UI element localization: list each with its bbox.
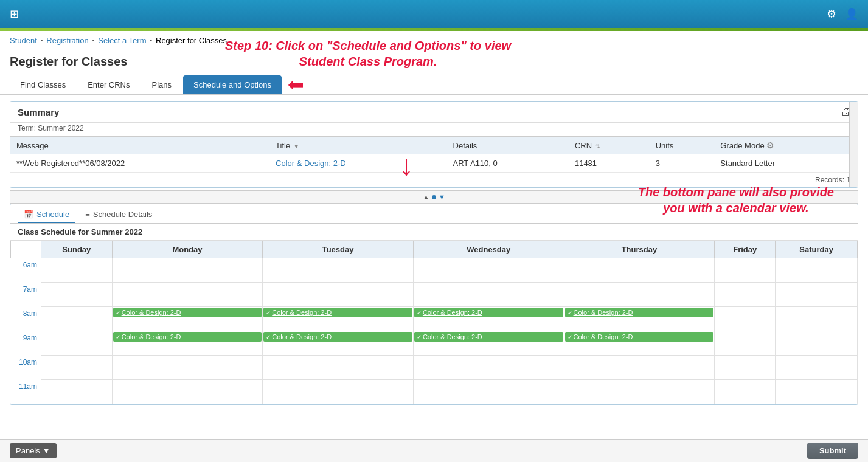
cell-8am-sat xyxy=(776,307,858,331)
tab-schedule-details[interactable]: ≡ Schedule Details xyxy=(79,207,158,223)
col-title: Title ▼ xyxy=(269,137,446,154)
cell-10am-tue xyxy=(263,356,414,380)
cell-6am-sat xyxy=(776,258,858,283)
col-details: Details xyxy=(447,137,569,154)
cell-10am-fri xyxy=(715,356,776,380)
breadcrumb-registration[interactable]: Registration xyxy=(46,36,88,45)
cell-6am-wed xyxy=(413,258,564,283)
breadcrumb-sep-1: • xyxy=(41,37,43,44)
event-link-9am-wed[interactable]: Color & Design: 2-D xyxy=(423,333,482,340)
col-sunday: Sunday xyxy=(41,241,113,258)
splitter-arrow-up[interactable]: ▲ xyxy=(423,193,429,201)
cell-9am-wed[interactable]: ✓ Color & Design: 2-D xyxy=(413,331,564,356)
page-header-area: Register for Classes Step 10: Click on "… xyxy=(0,50,868,71)
event-link-8am-thu[interactable]: Color & Design: 2-D xyxy=(574,309,633,316)
event-8am-wed[interactable]: ✓ Color & Design: 2-D xyxy=(414,308,563,317)
splitter-container: ▲ ▼ ↓ The bottom pane will also provide … xyxy=(10,190,858,204)
content-area: Summary 🖨 Term: Summer 2022 Message Titl… xyxy=(0,95,868,411)
cell-8am-sun xyxy=(41,307,113,331)
cell-message: **Web Registered**06/08/2022 xyxy=(10,154,269,173)
tab-find-classes[interactable]: Find Classes xyxy=(10,75,76,94)
calendar-grid: Sunday Monday Tuesday Wednesday Thursday… xyxy=(10,241,858,404)
col-monday: Monday xyxy=(112,241,263,258)
col-units: Units xyxy=(650,137,715,154)
event-link-9am-tue[interactable]: Color & Design: 2-D xyxy=(272,333,332,340)
breadcrumb-select-term[interactable]: Select a Term xyxy=(98,36,146,45)
splitter-area: ▲ ▼ xyxy=(10,190,858,204)
splitter-dot-active xyxy=(432,195,436,199)
scrollbar-summary[interactable] xyxy=(849,102,858,187)
user-icon[interactable]: 👤 xyxy=(845,7,858,21)
schedule-tab-icon: 📅 xyxy=(24,210,33,219)
event-link-9am-thu[interactable]: Color & Design: 2-D xyxy=(574,333,633,340)
cell-9am-mon[interactable]: ✓ Color & Design: 2-D xyxy=(112,331,263,356)
time-row-8am: 8am ✓ Color & Design: 2-D ✓ Color & Desi… xyxy=(11,307,858,331)
cell-8am-thu[interactable]: ✓ Color & Design: 2-D xyxy=(564,307,715,331)
cell-units: 3 xyxy=(650,154,715,173)
cell-9am-tue[interactable]: ✓ Color & Design: 2-D xyxy=(263,331,414,356)
tab-plans[interactable]: Plans xyxy=(142,75,182,94)
splitter-arrow-down[interactable]: ▼ xyxy=(439,193,445,201)
event-8am-mon[interactable]: ✓ Color & Design: 2-D xyxy=(113,308,262,317)
tabs-bar: Find Classes Enter CRNs Plans Schedule a… xyxy=(0,71,868,95)
check-icon: ✓ xyxy=(266,309,271,316)
cell-7am-tue xyxy=(263,283,414,307)
cell-6am-fri xyxy=(715,258,776,283)
col-saturday: Saturday xyxy=(776,241,858,258)
time-label-8am: 8am xyxy=(11,307,41,331)
cell-7am-sat xyxy=(776,283,858,307)
sort-icon-title[interactable]: ▼ xyxy=(294,143,299,150)
top-bar-right: ⚙ 👤 xyxy=(827,7,858,21)
cell-8am-tue[interactable]: ✓ Color & Design: 2-D xyxy=(263,307,414,331)
cell-8am-wed[interactable]: ✓ Color & Design: 2-D xyxy=(413,307,564,331)
event-link-9am-mon[interactable]: Color & Design: 2-D xyxy=(122,333,181,340)
check-icon: ✓ xyxy=(116,334,120,340)
event-9am-wed[interactable]: ✓ Color & Design: 2-D xyxy=(414,332,563,342)
event-link-8am-mon[interactable]: Color & Design: 2-D xyxy=(122,309,181,316)
check-icon: ✓ xyxy=(116,309,120,316)
event-link-8am-tue[interactable]: Color & Design: 2-D xyxy=(272,309,332,316)
cell-11am-thu xyxy=(564,380,715,404)
cell-11am-sun xyxy=(41,380,113,404)
time-label-11am: 11am xyxy=(11,380,41,404)
cell-10am-mon xyxy=(112,356,263,380)
cell-8am-mon[interactable]: ✓ Color & Design: 2-D xyxy=(112,307,263,331)
event-9am-thu[interactable]: ✓ Color & Design: 2-D xyxy=(565,332,714,342)
breadcrumb-student[interactable]: Student xyxy=(10,36,37,45)
records-count: Records: 1 xyxy=(10,173,858,187)
page-title: Register for Classes xyxy=(10,52,858,71)
cell-7am-sun xyxy=(41,283,113,307)
event-8am-thu[interactable]: ✓ Color & Design: 2-D xyxy=(565,308,714,317)
time-row-9am: 9am ✓ Color & Design: 2-D ✓ Color & Desi… xyxy=(11,331,858,356)
check-icon: ✓ xyxy=(417,334,422,340)
top-bar: ⊞ ⚙ 👤 xyxy=(0,0,868,28)
col-message: Message xyxy=(10,137,269,154)
schedule-details-icon: ≡ xyxy=(85,210,90,219)
cell-8am-fri xyxy=(715,307,776,331)
time-label-7am: 7am xyxy=(11,283,41,307)
cell-details: ART A110, 0 xyxy=(447,154,569,173)
cell-11am-sat xyxy=(776,380,858,404)
grid-icon[interactable]: ⊞ xyxy=(10,7,19,21)
tab-enter-crns[interactable]: Enter CRNs xyxy=(77,75,140,94)
summary-title: Summary xyxy=(18,107,59,117)
event-9am-mon[interactable]: ✓ Color & Design: 2-D xyxy=(113,332,262,342)
gear-icon[interactable]: ⚙ xyxy=(827,7,836,21)
event-9am-tue[interactable]: ✓ Color & Design: 2-D xyxy=(263,332,412,342)
cell-9am-thu[interactable]: ✓ Color & Design: 2-D xyxy=(564,331,715,356)
cell-title: Color & Design: 2-D xyxy=(269,154,446,173)
cell-11am-wed xyxy=(413,380,564,404)
schedule-header-label: Class Schedule for Summer 2022 xyxy=(10,224,858,241)
col-thursday: Thursday xyxy=(564,241,715,258)
tab-schedule[interactable]: 📅 Schedule xyxy=(18,207,75,223)
check-icon: ✓ xyxy=(568,309,572,316)
event-link-8am-wed[interactable]: Color & Design: 2-D xyxy=(423,309,482,316)
col-gear-icon[interactable]: ⚙ xyxy=(766,140,774,150)
event-8am-tue[interactable]: ✓ Color & Design: 2-D xyxy=(263,308,412,317)
cell-grade-mode: Standard Letter xyxy=(714,154,858,173)
class-title-link[interactable]: Color & Design: 2-D xyxy=(276,159,346,168)
tab-schedule-options[interactable]: Schedule and Options xyxy=(183,75,282,94)
sort-icon-crn[interactable]: ⇅ xyxy=(595,143,600,150)
splitter-dots: ▲ ▼ xyxy=(423,193,445,201)
summary-header: Summary 🖨 xyxy=(10,102,858,123)
